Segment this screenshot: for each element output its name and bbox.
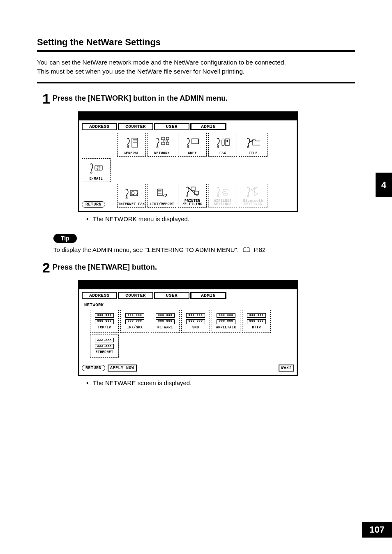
fax-icon [216,133,230,152]
svg-point-4 [127,146,129,148]
apply-now-button[interactable]: APPLY NOW [108,365,137,372]
breadcrumb: NETWORK [82,302,294,310]
tab-user-2[interactable]: USER [154,292,189,299]
email-icon: @ [89,159,103,178]
step1-note: •The NETWORK menu is displayed. [86,215,355,222]
tab-counter[interactable]: COUNTER [118,123,153,130]
heading-rule [37,50,355,52]
svg-point-37 [217,195,219,197]
intro-rule [37,82,355,83]
svg-line-31 [157,189,167,196]
list-report-button[interactable]: LIST/REPORT [148,184,176,208]
svg-point-14 [187,146,189,148]
fax-button[interactable]: FAX [208,133,237,157]
printer-efiling-button[interactable]: PRINTER /E-FILING [178,184,207,208]
tab-admin-2[interactable]: ADMIN [190,292,226,299]
intro-line-1: You can set the NetWare network mode and… [37,58,355,67]
copy-button[interactable]: COPY [178,133,207,157]
svg-rect-36 [223,194,227,195]
tab-address-2[interactable]: ADDRESS [82,292,117,299]
tcpip-button[interactable]: XXX.XXX XXX.XXX TCP/IP [90,310,119,333]
email-button[interactable]: @ E-MAIL [82,158,111,182]
page-number: 107 [362,522,392,538]
svg-text:@: @ [97,166,101,170]
tab-address[interactable]: ADDRESS [82,123,117,130]
printer-efiling-icon [185,184,199,199]
svg-point-26 [126,197,127,199]
svg-point-18 [217,146,219,148]
screenshot-admin-menu: ADDRESS COUNTER USER ADMIN GENERAL [78,111,355,212]
svg-marker-19 [250,140,253,142]
svg-rect-15 [222,139,224,145]
http-button[interactable]: XXX.XXX XXX.XXX HTTP [242,310,271,333]
step-number-1: 1 [32,92,50,106]
wireless-icon [216,184,230,199]
tab-counter-2[interactable]: COUNTER [118,292,153,299]
svg-rect-0 [132,138,138,147]
svg-point-38 [247,195,249,197]
svg-rect-27 [157,189,162,196]
svg-rect-7 [161,142,165,145]
step-title-2: Press the [NETWARE] button. [50,261,157,272]
bluetooth-settings-button: Bluetooth SETTINGS [239,184,267,208]
ipxspx-button[interactable]: XXX.XXX XXX.XXX IPX/SPX [120,310,149,333]
internet-fax-button[interactable]: INTERNET FAX [117,184,146,208]
tab-admin[interactable]: ADMIN [190,123,226,130]
bluetooth-icon [246,184,260,199]
appletalk-button[interactable]: XXX.XXX XXX.XXX APPLETALK [212,310,240,333]
general-icon [125,133,138,152]
svg-rect-8 [166,142,169,145]
tip-label: Tip [53,234,77,243]
file-button[interactable]: FILE [239,133,267,157]
tip-text: To display the ADMIN menu, see "1.ENTERI… [53,246,355,253]
return-button[interactable]: RETURN [82,201,105,208]
next-button[interactable]: Next [279,365,294,372]
step2-note: •The NETWARE screen is displayed. [86,379,355,386]
internet-fax-icon [125,184,138,203]
svg-rect-32 [191,187,195,190]
file-icon [246,133,260,152]
step-number-2: 2 [32,261,50,275]
svg-point-20 [247,146,249,148]
step-title-1: Press the [NETWORK] button in the ADMIN … [50,92,228,103]
svg-rect-13 [192,139,198,144]
svg-point-25 [131,192,134,195]
copy-icon [185,133,199,152]
svg-rect-6 [166,137,169,140]
svg-rect-16 [225,139,229,145]
wireless-settings-button: WIRELESS SETTINGS [208,184,237,208]
ethernet-button[interactable]: XXX.XXX XXX.XXX ETHERNET [90,335,119,358]
list-report-icon [155,184,169,203]
intro-line-2: This must be set when you use the NetWar… [37,67,355,76]
smb-button[interactable]: XXX.XXX XXX.XXX SMB [181,310,210,333]
book-icon [243,247,250,253]
svg-point-35 [187,195,188,197]
general-button[interactable]: GENERAL [117,133,146,157]
svg-rect-24 [130,191,138,196]
svg-line-34 [188,187,198,196]
netware-button[interactable]: XXX.XXX XXX.XXX NETWARE [151,310,180,333]
svg-point-12 [157,146,158,148]
return-button-2[interactable]: RETURN [82,365,105,371]
network-icon [155,133,169,152]
tab-user[interactable]: USER [154,123,189,130]
section-heading: Setting the NetWare Settings [37,37,355,48]
network-button[interactable]: NETWORK [148,133,176,157]
svg-point-23 [90,172,92,173]
svg-rect-5 [161,137,165,140]
chapter-tab: 4 [376,173,392,197]
screenshot-network-menu: ADDRESS COUNTER USER ADMIN NETWORK XXX.X… [78,280,355,376]
svg-point-17 [226,140,228,142]
